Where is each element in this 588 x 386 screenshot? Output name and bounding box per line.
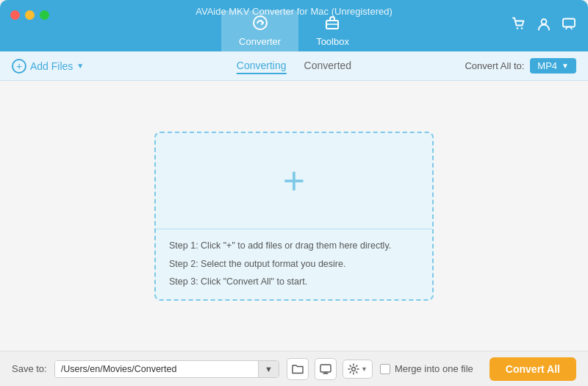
drop-zone[interactable]: + Step 1: Click "+" to add files or drag… — [154, 132, 434, 301]
tab-converter[interactable]: Converter — [221, 10, 298, 51]
merge-label: Merge into one file — [395, 363, 473, 374]
convert-all-to-label: Convert All to: — [465, 60, 524, 71]
convert-all-to: Convert All to: MP4 ▼ — [465, 58, 576, 74]
steps-area: Step 1: Click "+" to add files or drag t… — [156, 229, 432, 299]
svg-point-4 — [521, 27, 523, 29]
svg-point-0 — [254, 16, 267, 29]
drop-area[interactable]: + — [156, 133, 432, 230]
close-button[interactable] — [10, 10, 20, 20]
toolbox-icon — [325, 15, 341, 35]
toolbar: + Add Files ▼ Converting Converted Conve… — [0, 51, 588, 81]
bottom-icons: ▼ — [287, 358, 373, 380]
settings-dropdown-icon: ▼ — [361, 365, 368, 373]
step-3-text: Step 3: Click "Convert All" to start. — [169, 276, 419, 289]
main-content: + Step 1: Click "+" to add files or drag… — [0, 81, 588, 351]
merge-container: Merge into one file — [380, 363, 473, 374]
save-to-label: Save to: — [12, 363, 47, 374]
add-files-icon: + — [12, 59, 26, 74]
tab-converting[interactable]: Converting — [237, 58, 287, 74]
converter-tab-label: Converter — [239, 36, 281, 47]
minimize-button[interactable] — [25, 10, 35, 20]
merge-checkbox[interactable] — [380, 364, 390, 374]
add-files-label: Add Files — [30, 60, 73, 72]
toolbox-tab-label: Toolbox — [316, 36, 349, 47]
toolbar-tabs: Converting Converted — [237, 58, 351, 74]
format-selector[interactable]: MP4 ▼ — [530, 58, 576, 74]
monitor-icon-btn[interactable] — [315, 358, 337, 380]
svg-rect-7 — [320, 365, 331, 372]
convert-all-button[interactable]: Convert All — [490, 357, 576, 381]
maximize-button[interactable] — [40, 10, 49, 20]
bottom-bar: Save to: ▼ ▼ Merge into one file — [0, 351, 588, 386]
save-path-container: ▼ — [54, 360, 279, 378]
header-icons — [512, 17, 576, 35]
nav-tabs: Converter Toolbox — [221, 10, 367, 51]
cart-icon[interactable] — [512, 17, 526, 35]
step-2-text: Step 2: Select the output format you des… — [169, 258, 419, 271]
svg-point-3 — [517, 27, 518, 29]
format-dropdown-icon: ▼ — [562, 62, 569, 70]
folder-icon-btn[interactable] — [287, 358, 309, 380]
save-path-dropdown-btn[interactable]: ▼ — [258, 361, 279, 377]
settings-btn[interactable]: ▼ — [343, 360, 373, 379]
chat-icon[interactable] — [562, 17, 576, 35]
svg-rect-6 — [563, 19, 575, 27]
drop-plus-icon: + — [283, 162, 305, 200]
tab-converted[interactable]: Converted — [304, 58, 352, 74]
title-bar: AVAide MKV Converter for Mac (Unregister… — [0, 0, 588, 51]
save-path-input[interactable] — [55, 361, 258, 377]
converter-icon — [252, 15, 268, 35]
format-label: MP4 — [537, 60, 557, 71]
add-files-button[interactable]: + Add Files ▼ — [12, 59, 84, 74]
add-files-dropdown-icon[interactable]: ▼ — [76, 62, 84, 70]
user-icon[interactable] — [537, 17, 551, 35]
window-controls — [10, 10, 49, 20]
tab-toolbox[interactable]: Toolbox — [298, 10, 367, 51]
svg-point-10 — [351, 367, 355, 371]
step-1-text: Step 1: Click "+" to add files or drag t… — [169, 240, 419, 253]
svg-point-5 — [542, 19, 547, 24]
